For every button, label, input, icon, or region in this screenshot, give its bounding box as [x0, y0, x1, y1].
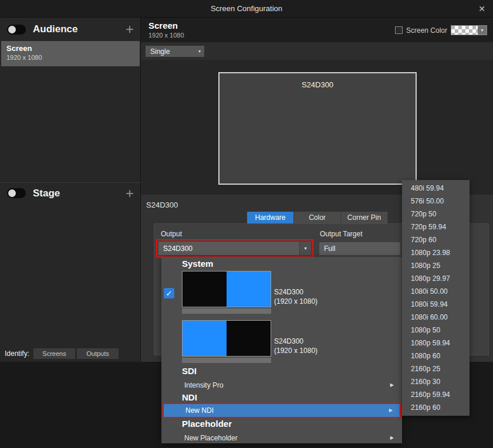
display-thumbnail [182, 320, 271, 363]
display-resolution: (1920 x 1080) [274, 346, 318, 355]
menu-section-placeholder: Placeholder [182, 419, 232, 429]
tab-corner-pin[interactable]: Corner Pin [341, 212, 388, 223]
menu-item-system-display-1[interactable]: ✓ S24D300 (1920 x 1080) [161, 269, 402, 318]
screen-preview-area: S24D300 [141, 60, 493, 195]
output-target-label: Output Target [320, 230, 363, 238]
output-dropdown-value: S24D300 [163, 245, 193, 253]
menu-item-label: New NDI [185, 406, 214, 415]
submenu-item-resolution[interactable]: 1080p 25 [402, 259, 470, 272]
audience-label: Audience [33, 23, 78, 35]
menu-item-system-display-2[interactable]: S24D300 (1920 x 1080) [161, 318, 402, 367]
menu-item-new-placeholder[interactable]: New Placeholder ▶ [163, 432, 401, 444]
selected-display-icon [183, 321, 227, 356]
screen-resolution: 1920 x 1080 [148, 32, 184, 39]
submenu-arrow-icon: ▶ [390, 379, 394, 392]
identify-outputs-button[interactable]: Outputs [77, 348, 119, 359]
menu-item-new-ndi[interactable]: New NDI ▶ [164, 404, 400, 417]
screen-color-label: Screen Color [406, 26, 447, 35]
stage-section-header: Stage + [0, 182, 141, 203]
secondary-display-icon [227, 321, 271, 356]
close-icon[interactable]: ✕ [478, 0, 485, 18]
screen-title: Screen [148, 21, 178, 30]
layout-mode-dropdown[interactable]: Single ▾ [146, 46, 204, 57]
screen-configuration-window: Screen Configuration ✕ Audience + Screen… [0, 0, 493, 448]
toggle-knob-icon [8, 189, 16, 197]
submenu-item-resolution[interactable]: 2160p 30 [402, 375, 470, 388]
audience-section-header: Audience + [0, 18, 141, 41]
monitor-preview[interactable]: S24D300 [218, 72, 417, 185]
audience-toggle[interactable] [7, 25, 26, 35]
identify-screens-button[interactable]: Screens [33, 348, 75, 359]
layout-mode-value: Single [150, 47, 170, 56]
submenu-arrow-icon: ▶ [389, 404, 393, 417]
sidebar-item-screen[interactable]: Screen 1920 x 1080 [1, 41, 140, 66]
transparency-checker-icon [451, 26, 478, 35]
monitor-name: S24D300 [302, 80, 333, 89]
display-name: S24D300 [274, 287, 318, 297]
submenu-item-resolution[interactable]: 1080i 59.94 [402, 298, 470, 311]
identify-label: Identify: [5, 349, 29, 358]
menu-item-label: Intensity Pro [184, 381, 224, 389]
submenu-item-resolution[interactable]: 1080p 60 [402, 349, 470, 362]
submenu-item-resolution[interactable]: 720p 59.94 [402, 220, 470, 233]
submenu-arrow-icon: ▶ [390, 432, 394, 444]
chevron-down-icon: ▾ [198, 49, 201, 54]
selected-display-icon [227, 271, 271, 307]
menu-section-system: System [182, 259, 213, 269]
stage-label: Stage [33, 188, 60, 199]
display-bar-icon [182, 358, 271, 363]
tab-color[interactable]: Color [294, 212, 341, 223]
screen-color-group: Screen Color ▾ [395, 25, 487, 35]
toggle-knob-icon [8, 26, 16, 33]
display-labels: S24D300 (1920 x 1080) [274, 337, 318, 355]
menu-item-label: New Placeholder [184, 434, 238, 442]
display-thumbnail [182, 271, 271, 314]
submenu-item-resolution[interactable]: 480i 59.94 [402, 182, 470, 195]
secondary-display-icon [183, 271, 227, 307]
output-dropdown[interactable]: S24D300 ▾ [158, 242, 311, 255]
tab-hardware[interactable]: Hardware [247, 212, 294, 223]
submenu-item-resolution[interactable]: 1080p 59.94 [402, 337, 470, 349]
chevron-down-icon: ▾ [478, 26, 487, 35]
submenu-item-resolution[interactable]: 2160p 60 [402, 401, 470, 414]
display-labels: S24D300 (1920 x 1080) [274, 287, 318, 306]
submenu-item-resolution[interactable]: 576i 50.00 [402, 195, 470, 208]
screen-item-resolution: 1920 x 1080 [6, 54, 134, 61]
identify-row: Identify: Screens Outputs [0, 347, 141, 360]
output-target-dropdown[interactable]: Full [319, 242, 400, 255]
resolution-submenu: 480i 59.94 576i 50.00 720p 50 720p 59.94… [402, 180, 470, 416]
add-audience-screen-button[interactable]: + [126, 23, 134, 35]
submenu-item-resolution[interactable]: 720p 50 [402, 208, 470, 220]
screen-color-swatch[interactable]: ▾ [451, 25, 487, 35]
stage-toggle[interactable] [7, 188, 26, 198]
screen-item-name: Screen [6, 44, 134, 53]
submenu-item-resolution[interactable]: 720p 60 [402, 233, 470, 246]
config-title: S24D300 [146, 201, 178, 209]
title-bar: Screen Configuration ✕ [0, 0, 493, 18]
menu-section-ndi: NDI [182, 392, 197, 402]
output-dropdown-menu: System ✓ S24D300 (1920 x 1080) [161, 257, 402, 443]
display-arrangement-icon [182, 320, 271, 357]
submenu-item-resolution[interactable]: 1080i 50.00 [402, 285, 470, 298]
output-label: Output [161, 230, 182, 238]
display-name: S24D300 [274, 337, 318, 346]
display-arrangement-icon [182, 271, 271, 307]
screen-toolbar: Single ▾ [141, 42, 493, 60]
check-icon: ✓ [164, 288, 174, 298]
display-resolution: (1920 x 1080) [274, 297, 318, 306]
screen-color-checkbox[interactable] [395, 26, 403, 34]
output-target-value: Full [324, 245, 335, 253]
submenu-item-resolution[interactable]: 1080p 23.98 [402, 246, 470, 259]
submenu-item-resolution[interactable]: 2160p 25 [402, 362, 470, 375]
submenu-item-resolution[interactable]: 1080p 29.97 [402, 272, 470, 285]
display-bar-icon [182, 308, 271, 314]
window-title: Screen Configuration [211, 4, 282, 13]
submenu-item-resolution[interactable]: 2160p 59.94 [402, 388, 470, 401]
menu-item-intensity-pro[interactable]: Intensity Pro ▶ [163, 379, 401, 392]
add-stage-screen-button[interactable]: + [126, 188, 134, 199]
chevron-down-icon: ▾ [299, 242, 311, 255]
submenu-item-resolution[interactable]: 1080i 60.00 [402, 311, 470, 324]
menu-section-sdi: SDI [182, 366, 197, 376]
config-tabs: Hardware Color Corner Pin [247, 212, 388, 223]
submenu-item-resolution[interactable]: 1080p 50 [402, 324, 470, 337]
